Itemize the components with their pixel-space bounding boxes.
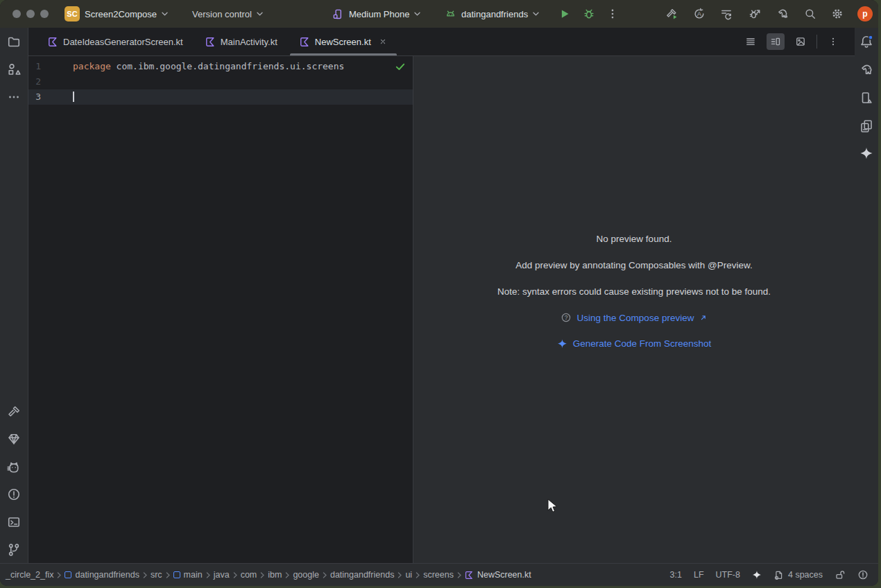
toolbar-divider: [816, 35, 817, 49]
notifications-bell-icon: [859, 35, 873, 49]
app-quality-insights-button[interactable]: [7, 432, 21, 446]
line-number[interactable]: 2: [28, 74, 41, 89]
terminal-tool-button[interactable]: [7, 515, 21, 529]
run-button[interactable]: [558, 8, 570, 20]
gemini-button[interactable]: [859, 146, 873, 160]
editor-tab-bar: DateIdeasGeneratorScreen.kt MainActivity…: [28, 28, 855, 56]
breadcrumb-item[interactable]: com: [241, 570, 257, 580]
settings-button[interactable]: [831, 8, 844, 20]
breadcrumb-item[interactable]: src: [151, 570, 162, 580]
project-tool-button[interactable]: [7, 35, 21, 49]
kotlin-file-icon: [205, 37, 216, 47]
tab-dateideasgeneratorscreen[interactable]: DateIdeasGeneratorScreen.kt: [37, 28, 194, 55]
search-icon: [804, 8, 816, 20]
tab-newscreen[interactable]: NewScreen.kt: [289, 28, 398, 55]
encoding-widget[interactable]: UTF-8: [716, 570, 740, 580]
breadcrumb-item[interactable]: datingandfriends: [65, 570, 139, 580]
code-line-3-current[interactable]: 3: [28, 89, 413, 105]
inspections-ok-icon[interactable]: [395, 61, 406, 72]
more-run-options-button[interactable]: [606, 8, 619, 20]
code-line-1[interactable]: 1 package com.ibm.google.datingandfriend…: [28, 59, 413, 74]
device-manager-button[interactable]: [859, 91, 873, 105]
breadcrumb-item[interactable]: screens: [423, 570, 454, 580]
package-path: com.ibm.google.datingandfriends.ui.scree…: [111, 61, 345, 71]
breadcrumb-item[interactable]: google: [293, 570, 319, 580]
compose-preview-docs-link[interactable]: ? Using the Compose preview: [413, 312, 855, 323]
attach-debugger-icon: [749, 8, 761, 20]
gemini-sparkle-icon: [557, 338, 567, 349]
inspections-widget[interactable]: [857, 569, 869, 580]
readonly-toggle[interactable]: [835, 569, 846, 580]
line-separator-widget[interactable]: LF: [694, 570, 704, 580]
tab-label: NewScreen.kt: [315, 37, 371, 47]
device-selector[interactable]: Medium Phone: [332, 0, 420, 28]
user-avatar[interactable]: p: [857, 6, 873, 21]
git-tool-button[interactable]: [7, 543, 21, 557]
cursor-position-widget[interactable]: 3:1: [670, 570, 682, 580]
running-devices-button[interactable]: [859, 119, 873, 132]
breadcrumb-item[interactable]: java: [214, 570, 230, 580]
device-selector-label: Medium Phone: [349, 9, 409, 19]
gradle-tool-button[interactable]: [859, 63, 873, 77]
attach-debugger-button[interactable]: [749, 8, 761, 20]
breadcrumb-item[interactable]: main: [173, 570, 203, 580]
line-number[interactable]: 1: [28, 59, 41, 74]
debug-icon: [583, 8, 595, 20]
project-widget[interactable]: SC Screen2Compose: [65, 0, 168, 28]
build-run-button[interactable]: [665, 8, 678, 20]
external-link-icon: [699, 313, 708, 322]
project-badge: SC: [65, 6, 80, 21]
app-insights-gem-icon: [7, 432, 21, 446]
close-window-button[interactable]: [12, 10, 21, 18]
chevron-right-icon: [143, 572, 147, 578]
chevron-right-icon: [416, 572, 420, 578]
code-editor[interactable]: 1 package com.ibm.google.datingandfriend…: [28, 56, 413, 563]
preview-more-button[interactable]: [824, 33, 842, 50]
more-tool-windows-button[interactable]: [7, 90, 21, 104]
breadcrumb-item[interactable]: _circle_2_fix: [6, 570, 53, 580]
preview-note: Note: syntax errors could cause existing…: [413, 286, 855, 297]
preview-hint: Add preview by annotating Composables wi…: [413, 260, 855, 270]
close-tab-icon[interactable]: [379, 37, 387, 46]
chevron-down-icon: [257, 12, 263, 16]
search-everywhere-button[interactable]: [804, 8, 816, 20]
chevron-right-icon: [206, 572, 210, 578]
notifications-button[interactable]: [859, 35, 873, 49]
debug-button[interactable]: [583, 8, 595, 20]
gradle-sync-button[interactable]: [776, 8, 789, 20]
build-tool-button[interactable]: [7, 405, 21, 419]
breadcrumb-item-file[interactable]: NewScreen.kt: [465, 570, 531, 580]
logcat-tool-button[interactable]: [7, 460, 21, 474]
zoom-window-button[interactable]: [40, 10, 49, 18]
design-view-button[interactable]: [792, 33, 810, 50]
chevron-right-icon: [260, 572, 264, 578]
minimize-window-button[interactable]: [26, 10, 35, 18]
code-view-button[interactable]: [742, 33, 760, 50]
generate-code-from-screenshot-link[interactable]: Generate Code From Screenshot: [413, 338, 855, 349]
run-configuration-selector[interactable]: datingandfriends: [445, 0, 539, 28]
breadcrumb-item[interactable]: ui: [405, 570, 412, 580]
apply-changes-button[interactable]: A: [693, 8, 705, 20]
structure-tool-button[interactable]: [7, 62, 21, 76]
problems-tool-button[interactable]: [7, 487, 21, 501]
line-number[interactable]: 3: [28, 89, 41, 105]
chevron-right-icon: [397, 572, 402, 578]
svg-text:?: ?: [564, 314, 567, 321]
chevron-right-icon: [285, 572, 289, 578]
version-control-label: Version control: [192, 9, 252, 19]
apply-code-changes-button[interactable]: [720, 8, 733, 20]
breadcrumb-item[interactable]: ibm: [268, 570, 282, 580]
version-control-widget[interactable]: Version control: [192, 0, 263, 28]
tab-mainactivity[interactable]: MainActivity.kt: [194, 28, 289, 55]
ai-assistant-widget[interactable]: [752, 570, 762, 580]
tab-label: MainActivity.kt: [221, 37, 277, 47]
lock-open-icon: [835, 569, 846, 580]
kotlin-file-icon: [48, 37, 58, 47]
code-line-2[interactable]: 2: [28, 74, 413, 89]
split-view-button[interactable]: [767, 33, 785, 50]
android-icon: [445, 8, 456, 20]
status-bar: _circle_2_fix datingandfriends src main …: [0, 563, 878, 586]
preview-title: No preview found.: [413, 234, 855, 244]
breadcrumb-item[interactable]: datingandfriends: [330, 570, 394, 580]
indent-widget[interactable]: 4 spaces: [773, 570, 823, 580]
